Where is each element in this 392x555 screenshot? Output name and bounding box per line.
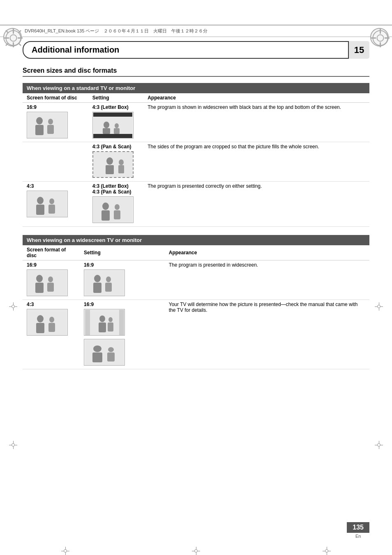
setting-label-1: 4:3 (Letter Box) xyxy=(92,104,129,110)
svg-rect-44 xyxy=(118,165,124,173)
svg-rect-59 xyxy=(47,283,54,292)
svg-point-56 xyxy=(36,275,43,282)
svg-point-63 xyxy=(106,276,111,282)
svg-rect-76 xyxy=(108,322,113,332)
bottom-crosshair-center xyxy=(192,547,200,555)
setting-image-2 xyxy=(92,151,134,178)
svg-line-7 xyxy=(18,43,21,46)
svg-rect-45 xyxy=(28,191,67,217)
svg-point-78 xyxy=(93,345,101,352)
svg-rect-79 xyxy=(92,352,102,362)
setting-cell-43: 4:3 (Letter Box) 4:3 (Pan & Scan) xyxy=(88,182,143,227)
ws-setting-image-2a xyxy=(84,309,125,336)
svg-rect-50 xyxy=(93,197,132,223)
right-lower-marker xyxy=(375,441,383,449)
ws-col3-header: Appearance xyxy=(165,245,369,260)
format-image-43 xyxy=(27,191,68,217)
setting-label-43b: 4:3 (Pan & Scan) xyxy=(92,189,131,195)
svg-rect-30 xyxy=(35,125,44,135)
svg-point-66 xyxy=(37,315,44,322)
svg-rect-60 xyxy=(85,270,124,296)
svg-point-41 xyxy=(106,157,113,165)
svg-rect-52 xyxy=(101,210,110,221)
svg-point-75 xyxy=(108,317,113,322)
svg-point-51 xyxy=(102,203,109,210)
appearance-cell-43: The program is presented correctly on ei… xyxy=(143,182,369,227)
table-row: 16:9 4:3 (Letter Bo xyxy=(23,103,369,142)
widescreen-tv-header: When viewing on a widescreen TV or monit… xyxy=(23,235,369,245)
svg-point-11 xyxy=(377,35,384,41)
format-cell-43: 4:3 xyxy=(23,182,88,227)
svg-point-38 xyxy=(115,123,119,128)
svg-point-68 xyxy=(49,317,54,322)
svg-rect-32 xyxy=(47,125,54,134)
section-title: Screen sizes and disc formats xyxy=(23,67,117,74)
svg-rect-65 xyxy=(28,310,67,335)
setting-image-1 xyxy=(92,112,134,138)
table-row: 4:3 (Pan & Scan) Th xyxy=(23,142,369,182)
ws-format-image-1 xyxy=(27,269,68,296)
chapter-title: Additional information xyxy=(32,45,119,54)
svg-rect-77 xyxy=(85,340,124,365)
standard-tv-table: When viewing on a standard TV or monitor… xyxy=(23,83,369,227)
svg-rect-64 xyxy=(105,283,112,292)
top-strip: DVR640H_RLT_EN.book 135 ページ ２０６０年４月１１日 火… xyxy=(0,25,392,37)
ws-format-label-1: 16:9 xyxy=(27,262,37,268)
format-cell-empty xyxy=(23,142,88,182)
ws-setting-label-2: 16:9 xyxy=(84,302,94,307)
svg-point-61 xyxy=(94,275,101,282)
bottom-crosshair-row xyxy=(0,547,392,555)
page-footer: 135 En xyxy=(347,522,369,539)
ws-appearance-cell-1: The program is presented in widescreen. xyxy=(165,260,369,300)
standard-tv-col-headers: Screen format of disc Setting Appearance xyxy=(23,93,369,103)
setting-image-43 xyxy=(92,196,134,223)
svg-rect-54 xyxy=(114,210,120,219)
svg-rect-81 xyxy=(107,352,115,362)
bottom-crosshair-left xyxy=(61,547,69,555)
format-cell: 16:9 xyxy=(23,103,88,142)
ws-col1-header: Screen format of disc xyxy=(23,245,80,260)
svg-rect-28 xyxy=(28,113,67,138)
page-number: 135 xyxy=(347,522,369,533)
svg-rect-34 xyxy=(93,113,132,117)
table-row: 4:3 16:9 xyxy=(23,300,369,369)
page-lang: En xyxy=(355,534,361,539)
setting-label-2: 4:3 (Pan & Scan) xyxy=(92,144,131,150)
format-image-1 xyxy=(27,112,68,138)
format-label: 16:9 xyxy=(27,104,37,110)
ws-setting-cell-2: 16:9 xyxy=(80,300,165,369)
svg-point-1 xyxy=(10,35,17,41)
svg-point-48 xyxy=(49,198,54,204)
ws-setting-label-1: 16:9 xyxy=(84,262,94,268)
format-label-43: 4:3 xyxy=(27,183,34,189)
ws-format-label-2: 4:3 xyxy=(27,302,34,307)
chapter-number-box: 15 xyxy=(349,41,369,59)
chapter-number: 15 xyxy=(354,45,364,55)
chapter-header: Additional information 15 xyxy=(23,41,369,59)
ws-format-cell-2: 4:3 xyxy=(23,300,80,369)
standard-tv-header: When viewing on a standard TV or monitor xyxy=(23,83,369,93)
main-content: Additional information 15 Screen sizes a… xyxy=(23,37,369,369)
svg-rect-47 xyxy=(36,205,44,215)
svg-line-9 xyxy=(6,43,8,46)
svg-point-73 xyxy=(99,315,105,322)
table-row: 4:3 4:3 (Letter Box) 4:3 (Pan & Scan) xyxy=(23,182,369,227)
ws-setting-cell-1: 16:9 xyxy=(80,260,165,300)
svg-point-80 xyxy=(108,347,114,352)
widescreen-tv-header-row: When viewing on a widescreen TV or monit… xyxy=(23,235,369,245)
gear-top-right xyxy=(370,28,389,46)
svg-point-43 xyxy=(119,159,124,165)
bottom-crosshair-right xyxy=(323,547,331,555)
setting-cell: 4:3 (Letter Box) xyxy=(88,103,143,142)
col1-header: Screen format of disc xyxy=(23,93,88,103)
svg-point-29 xyxy=(36,117,43,124)
svg-line-6 xyxy=(6,30,8,33)
svg-point-36 xyxy=(104,122,109,128)
ws-col2-header: Setting xyxy=(80,245,165,260)
svg-point-58 xyxy=(48,276,53,282)
svg-rect-74 xyxy=(99,322,106,332)
svg-rect-62 xyxy=(93,283,101,293)
svg-rect-57 xyxy=(35,283,44,293)
svg-rect-37 xyxy=(103,128,110,134)
ws-format-image-2 xyxy=(27,309,68,336)
